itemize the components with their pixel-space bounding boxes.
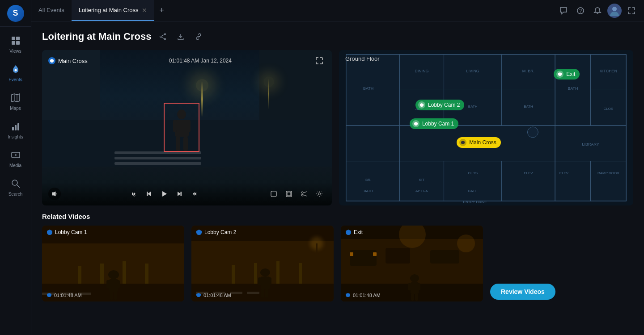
svg-rect-133 bbox=[417, 283, 420, 290]
volume-button[interactable] bbox=[48, 188, 61, 200]
svg-rect-112 bbox=[276, 261, 280, 284]
app-logo[interactable]: S bbox=[0, 0, 31, 27]
svg-rect-96 bbox=[106, 280, 110, 288]
svg-text:CLOS: CLOS bbox=[604, 107, 614, 111]
svg-rect-27 bbox=[176, 137, 180, 151]
exit-marker[interactable]: Exit bbox=[554, 69, 580, 80]
video-fullscreen-button[interactable] bbox=[313, 54, 326, 67]
play-button[interactable] bbox=[158, 188, 170, 200]
rewind-button[interactable]: ⟲ bbox=[127, 188, 140, 200]
sidebar-item-media[interactable]: Media bbox=[0, 146, 31, 172]
svg-rect-129 bbox=[373, 252, 377, 256]
tab-loitering[interactable]: Loitering at Main Cross ✕ bbox=[72, 0, 155, 21]
main-cross-marker[interactable]: Main Cross bbox=[457, 137, 501, 148]
svg-text:LIBRARY: LIBRARY bbox=[582, 142, 599, 147]
svg-line-14 bbox=[17, 185, 20, 188]
svg-point-94 bbox=[108, 270, 119, 279]
settings-button[interactable] bbox=[313, 188, 326, 200]
link-button[interactable] bbox=[192, 30, 205, 43]
related-video-lobby-cam-1[interactable]: Lobby Cam 1 01:01:48 AM bbox=[42, 226, 184, 302]
svg-point-18 bbox=[165, 34, 166, 35]
svg-rect-117 bbox=[268, 277, 271, 285]
scissors-button[interactable] bbox=[298, 188, 310, 200]
sidebar-item-label-views: Views bbox=[9, 49, 21, 54]
svg-text:CLOS: CLOS bbox=[468, 171, 478, 175]
review-videos-button[interactable]: Review Videos bbox=[490, 284, 555, 300]
svg-rect-135 bbox=[415, 293, 418, 301]
svg-point-137 bbox=[457, 234, 475, 252]
logo-icon: S bbox=[7, 5, 24, 22]
svg-text:APT I-A: APT I-A bbox=[415, 189, 428, 193]
fullscreen-icon-button[interactable] bbox=[624, 4, 639, 18]
svg-point-4 bbox=[14, 69, 17, 71]
clip-button-2[interactable] bbox=[283, 188, 295, 200]
svg-rect-110 bbox=[232, 265, 235, 284]
share-button[interactable] bbox=[157, 30, 169, 43]
tab-add-button[interactable]: + bbox=[154, 4, 169, 18]
svg-rect-118 bbox=[261, 289, 264, 298]
sidebar-item-insights[interactable]: Insights bbox=[0, 117, 31, 144]
svg-rect-93 bbox=[145, 264, 148, 284]
prev-button[interactable] bbox=[143, 188, 155, 200]
svg-rect-113 bbox=[299, 263, 302, 284]
svg-rect-121 bbox=[316, 243, 318, 266]
svg-rect-8 bbox=[12, 127, 14, 130]
svg-text:DINING: DINING bbox=[415, 69, 428, 73]
svg-rect-10 bbox=[17, 123, 19, 130]
svg-rect-116 bbox=[258, 277, 262, 285]
svg-rect-134 bbox=[411, 293, 414, 301]
maps-icon bbox=[11, 93, 21, 104]
svg-text:⟲: ⟲ bbox=[132, 193, 136, 197]
svg-point-23 bbox=[177, 109, 186, 119]
sidebar-item-events[interactable]: Events bbox=[0, 60, 31, 87]
chat-icon-button[interactable] bbox=[556, 4, 571, 18]
main-video-player[interactable]: Main Cross 01:01:48 AM Jan 12, 2024 bbox=[42, 50, 332, 205]
svg-rect-126 bbox=[386, 248, 410, 264]
svg-rect-1 bbox=[16, 37, 20, 40]
forward-button[interactable] bbox=[188, 188, 201, 200]
svg-text:ELEV: ELEV bbox=[559, 171, 569, 175]
video-header-overlay: Main Cross 01:01:48 AM Jan 12, 2024 bbox=[42, 50, 332, 71]
svg-text:ENTRY DRIVE: ENTRY DRIVE bbox=[463, 200, 487, 204]
sidebar-item-label-media: Media bbox=[9, 163, 21, 168]
svg-line-21 bbox=[161, 34, 165, 36]
svg-rect-61 bbox=[502, 161, 555, 201]
svg-rect-119 bbox=[265, 289, 268, 298]
sidebar-item-maps[interactable]: Maps bbox=[0, 88, 31, 115]
floor-map: Ground Floor .fp-line { stroke: #3a5a7a;… bbox=[339, 50, 633, 205]
help-icon-button[interactable]: ? bbox=[573, 4, 588, 18]
bell-icon-button[interactable] bbox=[590, 4, 605, 18]
svg-rect-125 bbox=[350, 250, 377, 266]
page-title: Loitering at Main Cross bbox=[42, 31, 151, 42]
svg-rect-98 bbox=[110, 292, 113, 300]
related-video-exit[interactable]: Exit 01:01:48 AM bbox=[341, 226, 483, 302]
svg-rect-109 bbox=[247, 292, 259, 294]
svg-rect-0 bbox=[12, 37, 15, 40]
svg-text:BATH: BATH bbox=[468, 189, 478, 193]
svg-rect-63 bbox=[591, 161, 627, 201]
next-button[interactable] bbox=[173, 188, 186, 200]
svg-text:RAMP DOOR: RAMP DOOR bbox=[597, 171, 619, 175]
svg-marker-34 bbox=[178, 192, 181, 196]
sidebar-item-label-events: Events bbox=[8, 77, 22, 82]
avatar-button[interactable] bbox=[607, 4, 622, 18]
lobby-cam-1-marker[interactable]: Lobby Cam 1 bbox=[410, 118, 458, 129]
svg-rect-91 bbox=[100, 264, 104, 284]
person-silhouette bbox=[169, 109, 194, 154]
page-content: Loitering at Main Cross bbox=[31, 21, 644, 335]
clip-button-1[interactable] bbox=[267, 188, 280, 200]
download-button[interactable] bbox=[174, 30, 187, 43]
sidebar-item-views[interactable]: Views bbox=[0, 31, 31, 58]
svg-point-86 bbox=[527, 127, 538, 138]
tab-close-icon[interactable]: ✕ bbox=[142, 7, 147, 14]
sidebar-item-search[interactable]: Search bbox=[0, 174, 31, 201]
controls-left bbox=[48, 188, 61, 200]
svg-text:BATH: BATH bbox=[568, 86, 578, 91]
lobby-cam-2-marker[interactable]: Lobby Cam 2 bbox=[415, 100, 464, 110]
svg-rect-55 bbox=[346, 126, 399, 161]
tab-all-events[interactable]: All Events bbox=[31, 0, 72, 21]
amber-scene-3 bbox=[341, 226, 483, 302]
svg-rect-92 bbox=[123, 261, 126, 284]
svg-text:BATH: BATH bbox=[468, 105, 478, 109]
related-video-lobby-cam-2[interactable]: Lobby Cam 2 01:01:48 AM bbox=[191, 226, 334, 302]
